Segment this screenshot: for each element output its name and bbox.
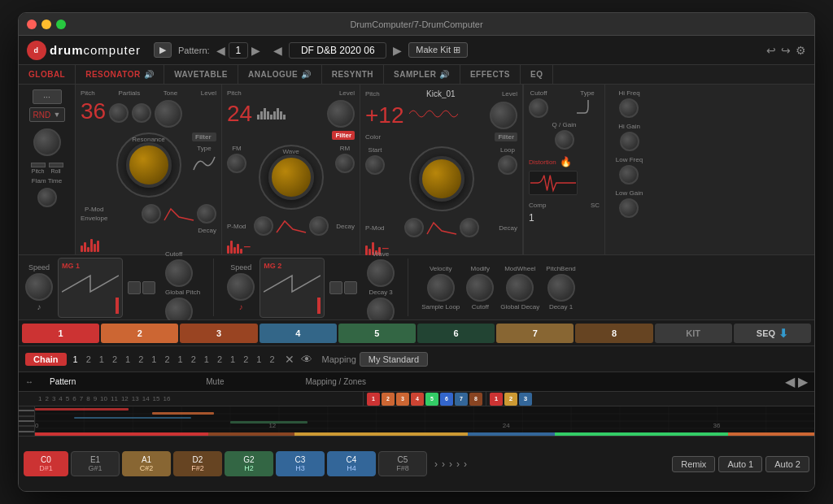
play-button[interactable]: ▶ [154,42,172,58]
tab-resonator[interactable]: RESONATOR 🔊 [76,65,164,84]
piano-pattern-label[interactable]: Pattern [50,377,76,386]
mg2-wave-knob[interactable] [367,259,395,287]
key-group-4[interactable]: G2 H2 [225,451,273,476]
mute-btn-2[interactable]: 2 [382,393,395,406]
piano-mute-label[interactable]: Mute [206,377,224,386]
mg2-speed-knob[interactable] [227,273,255,301]
rs-filter-badge[interactable]: Filter [495,133,517,141]
filter-badge[interactable]: Filter [192,133,216,141]
chain-num-9[interactable]: 2 [188,353,199,366]
flam-knob[interactable] [37,188,57,207]
chain-num-4[interactable]: 1 [122,353,133,366]
pattern-btn-seq[interactable]: SEQ ⬇ [734,324,811,343]
key-arrow-5[interactable]: › [462,457,469,471]
song-prev[interactable]: ◀ [273,44,282,57]
zone-btn-1[interactable]: 1 [490,393,503,406]
tab-effects[interactable]: EFFECTS [460,65,521,84]
wt-filter-badge[interactable]: Filter [332,131,355,140]
wt-decay-knob[interactable] [309,216,329,236]
key-arrow-3[interactable]: › [447,457,454,471]
mg1-reset-btn[interactable] [128,281,141,294]
mg1-bars-btn[interactable] [142,281,155,294]
rs-knob[interactable] [419,156,464,202]
mg1-cutoff-knob[interactable] [165,259,193,287]
settings-button[interactable]: ⚙ [796,44,806,57]
tab-wavetable[interactable]: WAVETABLE [164,65,238,84]
key-group-1[interactable]: E1 G#1 [71,451,120,476]
key-group-6[interactable]: C4 H4 [327,451,376,476]
tab-global[interactable]: GLOBAL [19,65,76,84]
pattern-btn-4[interactable]: 4 [259,324,337,343]
mute-btn-4[interactable]: 4 [411,393,424,406]
mute-btn-8[interactable]: 8 [469,393,482,406]
chain-num-7[interactable]: 2 [161,353,172,366]
undo-button[interactable]: ↩ [766,44,776,57]
zone-btn-3[interactable]: 3 [519,393,532,406]
key-arrow-2[interactable]: › [440,457,447,471]
pattern-btn-2[interactable]: 2 [101,324,178,343]
key-group-0[interactable]: C0 D#1 [24,451,68,476]
low-gain-knob[interactable] [619,198,639,218]
low-freq-knob[interactable] [619,165,639,185]
hi-freq-knob[interactable] [619,98,639,118]
piano-grid[interactable]: 0 12 24 36 [35,406,814,436]
maximize-button[interactable] [56,20,66,29]
pattern-btn-8[interactable]: 8 [575,324,652,343]
redo-button[interactable]: ↪ [781,44,791,57]
rm-knob[interactable] [335,154,355,173]
chain-num-14[interactable]: 1 [253,353,264,366]
velocity-knob[interactable] [427,274,455,302]
chain-num-11[interactable]: 2 [214,353,225,366]
pattern-btn-1[interactable]: 1 [22,324,99,343]
chain-num-5[interactable]: 2 [135,353,146,366]
wave-knob[interactable] [268,154,314,200]
chain-num-6[interactable]: 1 [148,353,159,366]
tab-sampler[interactable]: SAMPLER 🔊 [384,65,460,84]
key-group-2[interactable]: A1 C#2 [122,451,171,476]
make-kit-button[interactable]: Make Kit ⊞ [408,42,468,58]
mg2-reset-btn[interactable] [329,281,342,294]
chain-num-13[interactable]: 2 [240,353,251,366]
zone-btn-2[interactable]: 2 [504,393,517,406]
rnd-knob[interactable] [33,128,61,156]
pmod-knob-rs[interactable] [404,218,424,237]
song-next[interactable]: ▶ [393,44,402,57]
mg2-bars-btn[interactable] [344,281,357,294]
key-arrow-4[interactable]: › [455,457,461,471]
pattern-btn-7[interactable]: 7 [496,324,574,343]
start-knob[interactable] [365,155,385,175]
piano-prev-arrow[interactable]: ◀ [785,374,795,389]
key-group-3[interactable]: D2 F#2 [173,451,222,476]
decay-knob-res[interactable] [197,204,216,224]
hi-gain-knob[interactable] [620,132,639,151]
pitchbend-knob[interactable] [547,274,575,302]
partials-knob[interactable] [109,103,129,123]
wt-level-knob[interactable] [327,100,355,128]
auto2-button[interactable]: Auto 2 [765,456,809,472]
q-gain-knob[interactable] [555,130,574,150]
minimize-button[interactable] [41,20,51,29]
pmod-knob-res[interactable] [142,204,161,224]
pattern-btn-3[interactable]: 3 [180,324,257,343]
pattern-next[interactable]: ▶ [251,44,260,57]
mute-btn-7[interactable]: 7 [455,393,468,406]
fm-knob[interactable] [227,154,246,173]
rs-level-knob[interactable] [490,102,517,129]
pmod-knob-wt[interactable] [254,216,273,236]
chain-num-8[interactable]: 1 [175,353,186,366]
loop-knob[interactable] [498,155,517,175]
chain-num-2[interactable]: 1 [96,353,107,366]
level-knob[interactable] [155,100,182,128]
modwheel-knob[interactable] [506,274,534,302]
wt-minus[interactable]: − [243,241,251,254]
tone-knob[interactable] [132,103,151,123]
close-button[interactable] [27,20,37,29]
tab-analogue[interactable]: ANALOGUE 🔊 [238,65,322,84]
chain-clear-btn[interactable]: ✕ [285,353,294,366]
auto1-button[interactable]: Auto 1 [718,456,762,472]
chain-num-15[interactable]: 2 [266,353,277,366]
chain-num-1[interactable]: 2 [83,353,94,366]
pattern-btn-6[interactable]: 6 [417,324,495,343]
mute-btn-3[interactable]: 3 [396,393,409,406]
remix-button[interactable]: Remix [672,456,715,472]
